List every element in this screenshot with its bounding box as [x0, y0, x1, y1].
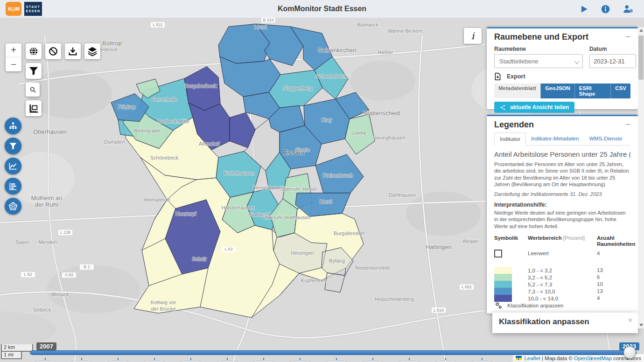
stadt-logo-line2: ESSEN: [26, 9, 40, 13]
legend-row: 3,2 - < 5,26: [494, 274, 630, 281]
road-shield-label: L 511: [153, 22, 163, 27]
zoom-out-button[interactable]: −: [6, 57, 21, 71]
legend-count: 10: [597, 281, 630, 287]
road-shield-label: L 62: [24, 272, 32, 277]
legend-panel-title: Legenden: [494, 120, 630, 130]
map-search-button[interactable]: [26, 83, 40, 97]
radar-chart-button[interactable]: [5, 198, 21, 215]
spatial-hierarchy-button[interactable]: [5, 118, 21, 134]
timeline-tick: [227, 358, 228, 360]
measure-button[interactable]: [26, 100, 42, 116]
map-place-label: Kettwig vor: [151, 300, 176, 306]
timeline-tick: [154, 358, 155, 360]
export-metadatenblatt-button[interactable]: Metadatenblatt: [494, 84, 540, 98]
map-place-label: Selbeck: [33, 307, 51, 313]
map-place-label: Gerschede: [152, 97, 177, 102]
indicator-description: Prozentanteil der Personen im Alter von …: [494, 161, 630, 188]
export-geojson-button[interactable]: GeoJSON: [540, 84, 574, 98]
scroll-up-button[interactable]: [638, 27, 644, 34]
tour-play-button[interactable]: [580, 5, 588, 14]
tab-indikator[interactable]: Indikator: [494, 132, 526, 146]
map-place-label: Bedingrade: [134, 128, 160, 134]
tab-wms-dienste[interactable]: WMS-Dienste: [584, 132, 627, 145]
legend-count: 4: [597, 295, 630, 301]
share-view-button[interactable]: aktuelle Ansicht teilen: [494, 102, 574, 113]
indicator-date-note: Darstellung der Indikatorenwerte 31. Dez…: [494, 191, 630, 197]
legend-count: 13: [597, 267, 630, 273]
raumebene-export-panel: − Raumebene und Export Raumebene Stadtte…: [487, 27, 638, 109]
map-place-label: Freisenbruch: [323, 173, 353, 179]
kommonitor-logo: K◎M: [6, 2, 21, 16]
layers-icon: [87, 46, 98, 56]
zoom-control: + −: [6, 43, 21, 71]
timeline-tick: [45, 358, 46, 360]
info-button[interactable]: [601, 4, 610, 14]
timeline-tick: [336, 358, 337, 360]
download-map-button[interactable]: [65, 43, 81, 59]
map-place-label: Borbeck-Mitte: [158, 119, 189, 125]
map-filter-button[interactable]: [26, 63, 42, 79]
map-place-label: Sevinghausen: [373, 135, 406, 140]
export-label: Export: [507, 73, 525, 80]
road-shield-label: B 224: [263, 18, 274, 22]
tab-indikator-metadaten[interactable]: Indikator-Metadaten: [526, 132, 584, 145]
timeline-handle[interactable]: [623, 346, 636, 359]
timeline-tick: [591, 358, 592, 360]
line-chart-button[interactable]: [5, 158, 21, 174]
attribution-text: | Map data ©: [542, 355, 573, 361]
download-icon: [68, 46, 78, 56]
road-shield-label: A 52: [65, 273, 73, 278]
class-color-swatch: [494, 274, 512, 281]
map-place-label: Heisingen: [291, 250, 314, 256]
map-place-label: Wanne-Bickern: [388, 28, 423, 34]
timeline-tick: [300, 358, 301, 360]
map-place-label: Stoppenberg: [283, 85, 313, 91]
scale-km: 2 km: [1, 344, 33, 352]
export-csv-button[interactable]: CSV: [610, 84, 630, 98]
scrollbar-thumb[interactable]: [638, 35, 644, 80]
timeline-tick: [482, 358, 483, 360]
funnel-icon: [28, 66, 39, 76]
prozent-unit: [Prozent]: [563, 235, 585, 241]
zoom-in-button[interactable]: +: [6, 43, 21, 57]
dialog-close-button[interactable]: ×: [628, 316, 632, 325]
interpretation-label: Interpretationshilfe:: [494, 202, 630, 208]
road-shield-label: L 63: [224, 247, 232, 251]
anzahl-column-header: Anzahl Raumeinheiten: [597, 235, 630, 247]
map-place-label: Mintard: [51, 292, 69, 298]
legend-count: 13: [597, 288, 630, 294]
legend-range-label: Leerwert: [528, 251, 597, 256]
filter-tool-button[interactable]: [5, 138, 21, 154]
leaflet-link[interactable]: Leaflet: [524, 355, 540, 361]
panel-scrollbar[interactable]: [638, 27, 644, 328]
map-place-label: Altendorf: [199, 141, 219, 146]
bar-chart-button[interactable]: [5, 178, 21, 195]
timeline-track[interactable]: [30, 350, 637, 355]
map-place-label: Bergeborbeck: [185, 84, 217, 89]
layers-button[interactable]: [84, 43, 100, 59]
file-export-icon: [494, 73, 501, 80]
gears-icon: [494, 301, 503, 310]
timeline-tick: [409, 358, 410, 360]
class-color-swatch: [494, 288, 512, 295]
map-place-label: Holsterhausen: [222, 205, 255, 210]
raumebene-select[interactable]: Stadtteilebene: [494, 54, 583, 68]
datum-input[interactable]: [589, 54, 636, 68]
legend-row: 5,2 - < 7,310: [494, 281, 630, 288]
map-place-label: Schuir: [192, 256, 207, 262]
basemap-button[interactable]: [26, 43, 42, 59]
classification-adjust-link[interactable]: Klassifikation anpassen: [494, 301, 563, 310]
road-shield-label: L 816: [434, 308, 444, 313]
wertebereich-label: Wertebereich: [528, 235, 562, 241]
search-icon: [29, 86, 36, 93]
disable-button[interactable]: [45, 43, 61, 59]
admin-user-button[interactable]: [623, 4, 634, 14]
collapse-legend-button[interactable]: −: [625, 120, 630, 129]
panel-info-button[interactable]: i: [464, 28, 482, 44]
road-shield-label: B 1: [84, 265, 90, 270]
timeline-tick: [445, 358, 446, 360]
collapse-raumebene-button[interactable]: −: [625, 32, 630, 42]
scroll-down-button[interactable]: [639, 324, 643, 327]
osm-link[interactable]: OpenStreetMap: [574, 355, 612, 361]
export-esri-shape-button[interactable]: ESRI Shape: [574, 84, 611, 98]
